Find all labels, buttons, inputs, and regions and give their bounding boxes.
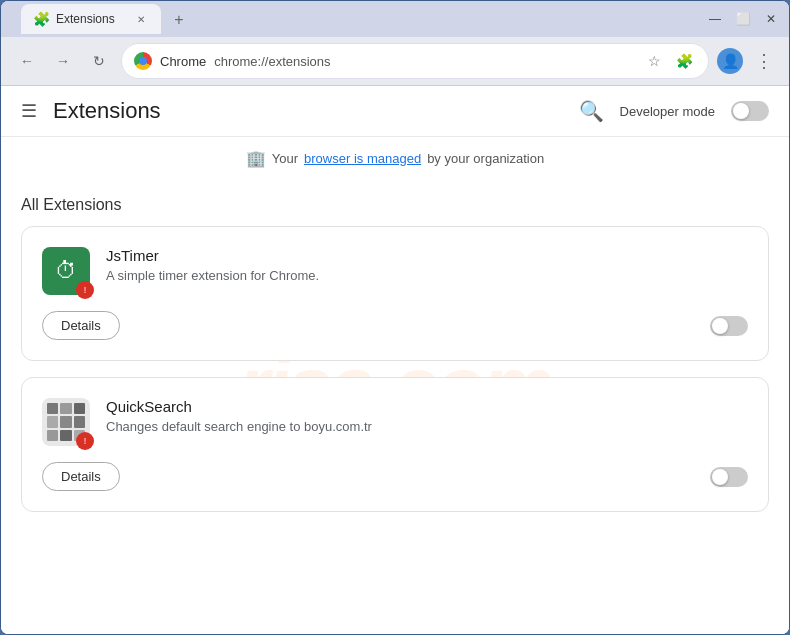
developer-mode-toggle[interactable] [731,101,769,121]
jstimer-card-top: ⏱ ! JsTimer A simple timer extension for… [42,247,748,295]
managed-text-before: Your [272,151,298,166]
jstimer-info: JsTimer A simple timer extension for Chr… [106,247,748,283]
extensions-icon[interactable]: 🧩 [672,49,696,73]
qs-cell-6 [74,416,85,427]
browser-managed-link[interactable]: browser is managed [304,151,421,166]
jstimer-toggle-knob [712,318,728,334]
qs-cell-4 [47,416,58,427]
qs-cell-8 [60,430,71,441]
browser-window: 🧩 Extensions ✕ + — ⬜ ✕ ← → ↻ Chrome chro… [0,0,790,635]
extension-card-jstimer: ⏱ ! JsTimer A simple timer extension for… [21,226,769,361]
quicksearch-desc: Changes default search engine to boyu.co… [106,419,748,434]
title-bar: 🧩 Extensions ✕ + — ⬜ ✕ [1,1,789,37]
jstimer-name: JsTimer [106,247,748,264]
jstimer-desc: A simple timer extension for Chrome. [106,268,748,283]
minimize-button[interactable]: — [705,9,725,29]
tab-bar: 🧩 Extensions ✕ + [13,4,701,34]
new-tab-button[interactable]: + [165,6,193,34]
header-right: 🔍 Developer mode [579,99,769,123]
quicksearch-details-button[interactable]: Details [42,462,120,491]
back-button[interactable]: ← [13,47,41,75]
tab-close-button[interactable]: ✕ [133,11,149,27]
page-title: Extensions [53,98,579,124]
window-controls: — ⬜ ✕ [705,9,781,29]
tab-puzzle-icon: 🧩 [33,11,50,27]
managed-notice: 🏢 Your browser is managed by your organi… [21,137,769,180]
managed-text-after: by your organization [427,151,544,166]
qs-cell-2 [60,403,71,414]
hamburger-menu-icon[interactable]: ☰ [21,100,37,122]
menu-button[interactable]: ⋮ [751,46,777,76]
qs-cell-7 [47,430,58,441]
quicksearch-name: QuickSearch [106,398,748,415]
extensions-body: risa.com 🏢 Your browser is managed by yo… [1,137,789,634]
quicksearch-info: QuickSearch Changes default search engin… [106,398,748,434]
extensions-header: ☰ Extensions 🔍 Developer mode [1,86,789,137]
quicksearch-badge-icon: ! [76,432,94,450]
qs-cell-3 [74,403,85,414]
bookmark-icon[interactable]: ☆ [642,49,666,73]
quicksearch-card-bottom: Details [42,462,748,491]
address-bar-area: ← → ↻ Chrome chrome://extensions ☆ 🧩 👤 ⋮ [1,37,789,86]
tab-label: Extensions [56,12,115,26]
address-bar[interactable]: Chrome chrome://extensions ☆ 🧩 [121,43,709,79]
all-extensions-title: All Extensions [21,180,769,226]
quicksearch-card-top: ! QuickSearch Changes default search eng… [42,398,748,446]
close-button[interactable]: ✕ [761,9,781,29]
reload-button[interactable]: ↻ [85,47,113,75]
jstimer-badge-icon: ! [76,281,94,299]
profile-avatar[interactable]: 👤 [717,48,743,74]
qs-cell-1 [47,403,58,414]
jstimer-details-button[interactable]: Details [42,311,120,340]
qs-cell-5 [60,416,71,427]
search-button[interactable]: 🔍 [579,99,604,123]
extension-card-quicksearch: ! QuickSearch Changes default search eng… [21,377,769,512]
address-url: chrome://extensions [214,54,330,69]
jstimer-icon-wrapper: ⏱ ! [42,247,90,295]
quicksearch-icon-wrapper: ! [42,398,90,446]
address-bar-icons: ☆ 🧩 [642,49,696,73]
developer-mode-label: Developer mode [620,104,715,119]
jstimer-card-bottom: Details [42,311,748,340]
managed-icon: 🏢 [246,149,266,168]
toggle-knob [733,103,749,119]
content-area: ☰ Extensions 🔍 Developer mode risa.com 🏢… [1,86,789,634]
quicksearch-toggle-knob [712,469,728,485]
jstimer-toggle[interactable] [710,316,748,336]
maximize-button[interactable]: ⬜ [733,9,753,29]
chrome-logo-icon [134,52,152,70]
browser-name: Chrome [160,54,206,69]
quicksearch-toggle[interactable] [710,467,748,487]
forward-button[interactable]: → [49,47,77,75]
active-tab[interactable]: 🧩 Extensions ✕ [21,4,161,34]
